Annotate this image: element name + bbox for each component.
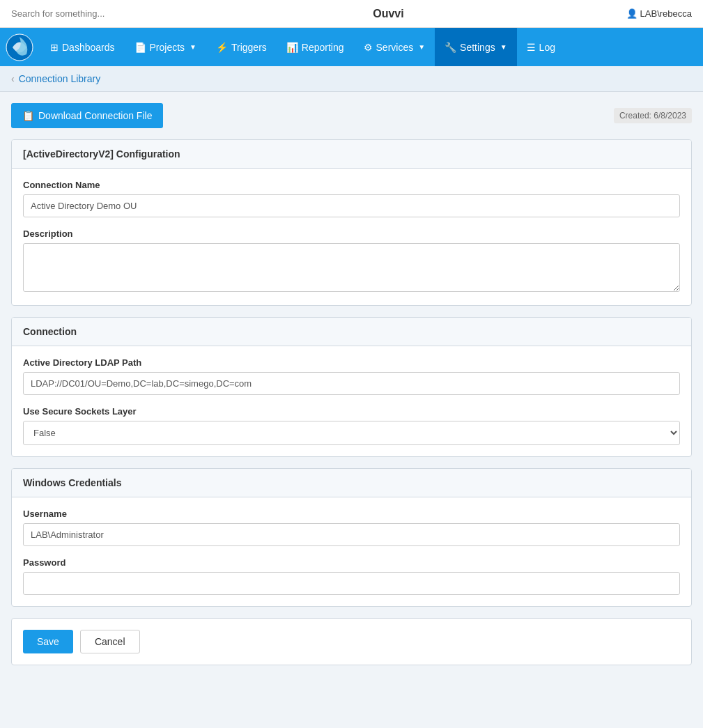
username-label: Username [23,509,680,519]
connection-section: Connection Active Directory LDAP Path Us… [11,317,692,457]
breadcrumb-back-icon: ‹ [11,73,15,84]
brand-name: Ouvvi [373,8,403,20]
toolbar-row: 📋 Download Connection File Created: 6/8/… [11,103,692,128]
nav-label-triggers: Triggers [231,42,267,53]
nav-item-log[interactable]: ☰ Log [517,28,565,66]
connection-name-group: Connection Name [23,180,680,217]
connection-section-header: Connection [12,318,691,346]
nav-item-triggers[interactable]: ⚡ Triggers [206,28,277,66]
nav-label-dashboards: Dashboards [62,42,115,53]
nav-label-services: Services [376,42,414,53]
triggers-icon: ⚡ [216,42,228,53]
ldap-path-label: Active Directory LDAP Path [23,357,680,368]
download-connection-file-button[interactable]: 📋 Download Connection File [11,103,163,128]
log-icon: ☰ [527,42,536,53]
description-textarea[interactable] [23,243,680,292]
created-date-label: Created: 6/8/2023 [614,108,692,123]
nav-item-services[interactable]: ⚙ Services ▼ [354,28,435,66]
reporting-icon: 📊 [286,42,298,53]
dashboards-icon: ⊞ [50,42,59,53]
download-label: Download Connection File [38,110,152,121]
services-arrow-icon: ▼ [418,43,425,51]
save-button[interactable]: Save [23,630,73,653]
nav-items: ⊞ Dashboards 📄 Projects ▼ ⚡ Triggers 📊 R… [40,28,565,66]
action-bar: Save Cancel [11,618,692,665]
connection-name-label: Connection Name [23,180,680,190]
breadcrumb-label: Connection Library [19,73,101,84]
breadcrumb[interactable]: ‹ Connection Library [0,66,703,92]
navbar: ⊞ Dashboards 📄 Projects ▼ ⚡ Triggers 📊 R… [0,28,703,66]
connection-name-input[interactable] [23,194,680,217]
main-content: 📋 Download Connection File Created: 6/8/… [0,92,703,728]
projects-icon: 📄 [134,42,146,53]
app-logo[interactable] [6,33,33,61]
projects-arrow-icon: ▼ [190,43,196,51]
description-label: Description [23,229,680,239]
nav-item-projects[interactable]: 📄 Projects ▼ [125,28,206,66]
ldap-path-group: Active Directory LDAP Path [23,357,680,395]
services-icon: ⚙ [364,42,373,53]
ldap-path-input[interactable] [23,372,680,395]
settings-icon: 🔧 [445,42,456,53]
nav-label-projects: Projects [150,42,185,53]
credentials-section-header: Windows Credentials [12,469,691,497]
password-label: Password [23,557,680,568]
username-group: Username [23,509,680,546]
configuration-section: [ActiveDirectoryV2] Configuration Connec… [11,139,692,306]
nav-label-reporting: Reporting [302,42,344,53]
nav-label-settings: Settings [460,42,495,53]
nav-item-reporting[interactable]: 📊 Reporting [277,28,354,66]
nav-item-dashboards[interactable]: ⊞ Dashboards [40,28,125,66]
cancel-button[interactable]: Cancel [80,630,140,653]
settings-arrow-icon: ▼ [500,43,507,51]
password-input[interactable] [23,572,680,595]
username-input[interactable] [23,523,680,546]
user-info: LAB\rebecca [626,8,692,19]
configuration-section-body: Connection Name Description [12,169,691,305]
nav-item-settings[interactable]: 🔧 Settings ▼ [435,28,517,66]
credentials-section-body: Username Password [12,497,691,606]
search-input[interactable] [11,8,150,19]
connection-section-body: Active Directory LDAP Path Use Secure So… [12,346,691,456]
ssl-group: Use Secure Sockets Layer False True [23,406,680,445]
top-search-bar: Ouvvi LAB\rebecca [0,0,703,28]
ssl-select[interactable]: False True [23,421,680,445]
download-icon: 📋 [22,110,34,121]
ssl-label: Use Secure Sockets Layer [23,406,680,417]
nav-label-log: Log [539,42,555,53]
password-group: Password [23,557,680,595]
description-group: Description [23,229,680,294]
credentials-section: Windows Credentials Username Password [11,468,692,607]
configuration-section-header: [ActiveDirectoryV2] Configuration [12,140,691,169]
